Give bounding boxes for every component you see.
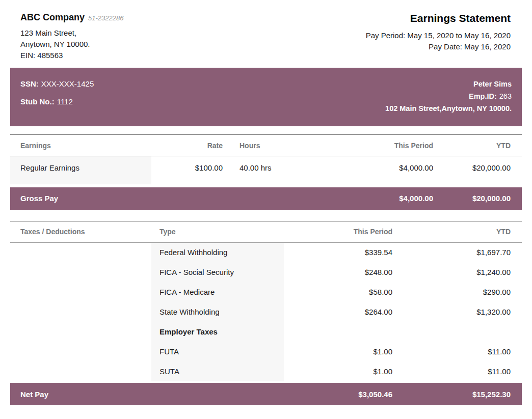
tax-ytd: $1,320.00	[403, 302, 522, 322]
tax-row-suta: SUTA $1.00 $11.00	[10, 361, 522, 381]
gross-pay-this-period: $4,000.00	[300, 187, 443, 210]
tax-this-period: $339.54	[284, 242, 403, 262]
company-tax-id: 51-2322286	[88, 14, 123, 22]
tax-row-federal-withholding: Federal Withholding $339.54 $1,697.70	[10, 242, 522, 262]
tax-row-state-withholding: State Withholding $264.00 $1,320.00	[10, 302, 522, 322]
tax-type: FUTA	[151, 342, 284, 361]
earnings-row-name: Regular Earnings	[10, 156, 151, 184]
earnings-row-rate: $100.00	[151, 156, 223, 184]
ssn-value: XXX-XXX-1425	[41, 79, 94, 88]
tax-ytd: $11.00	[403, 361, 522, 381]
company-info: ABC Company51-2322286 123 Main Street, A…	[20, 12, 123, 61]
company-name-text: ABC Company	[20, 12, 85, 22]
gross-pay-ytd: $20,000.00	[443, 187, 522, 210]
tax-this-period: $1.00	[284, 342, 403, 361]
tax-type: Federal Withholding	[151, 242, 284, 262]
earnings-row: Regular Earnings $100.00 40.00 hrs $4,00…	[10, 156, 522, 184]
employee-id: Emp.ID:263	[385, 92, 512, 100]
company-address-line-1: 123 Main Street,	[20, 27, 123, 39]
hours-col-header: Hours	[223, 135, 300, 156]
taxes-this-period-col-header: This Period	[284, 221, 403, 242]
gross-pay-row: Gross Pay $4,000.00 $20,000.00	[10, 187, 522, 210]
tax-row-employer-taxes: Employer Taxes	[10, 322, 522, 342]
tax-this-period: $58.00	[284, 282, 403, 302]
employee-address: 102 Main Street,Anytown, NY 10000.	[385, 104, 512, 113]
emp-id-label: Emp.ID:	[469, 92, 497, 100]
tax-type: FICA - Social Security	[151, 262, 284, 282]
employee-band: SSN:XXX-XXX-1425 Stub No.:1112 Peter Sim…	[10, 68, 522, 126]
pay-period: Pay Period: May 15, 2020 to May 16, 2020	[366, 30, 511, 41]
earnings-header-row: Earnings Rate Hours This Period YTD	[10, 135, 522, 156]
ytd-col-header: YTD	[443, 135, 522, 156]
tax-row-fica-medicare: FICA - Medicare $58.00 $290.00	[10, 282, 522, 302]
earnings-statement-page: ABC Company51-2322286 123 Main Street, A…	[0, 0, 532, 405]
emp-id-value: 263	[499, 92, 512, 100]
taxes-header-row: Taxes / Deductions Type This Period YTD	[10, 221, 522, 242]
company-ein: EIN: 485563	[20, 50, 123, 61]
this-period-col-header: This Period	[300, 135, 443, 156]
tax-ytd: $1,697.70	[403, 242, 522, 262]
statement-title: Earnings Statement	[366, 12, 511, 24]
earnings-row-this-period: $4,000.00	[300, 156, 443, 184]
tax-this-period: $248.00	[284, 262, 403, 282]
stub-value: 1112	[57, 97, 73, 106]
tax-type: Employer Taxes	[151, 322, 284, 342]
tax-this-period: $1.00	[284, 361, 403, 381]
earnings-col-header: Earnings	[10, 135, 151, 156]
earnings-table: Earnings Rate Hours This Period YTD Regu…	[10, 134, 522, 210]
statement-info: Earnings Statement Pay Period: May 15, 2…	[366, 12, 511, 61]
employee-ids: SSN:XXX-XXX-1425 Stub No.:1112	[20, 79, 94, 126]
net-pay-ytd: $15,252.30	[403, 383, 522, 405]
taxes-section: Taxes / Deductions Type This Period YTD …	[10, 221, 522, 406]
document-header: ABC Company51-2322286 123 Main Street, A…	[10, 11, 522, 61]
tax-this-period	[284, 322, 403, 342]
tax-row-fica-social-security: FICA - Social Security $248.00 $1,240.00	[10, 262, 522, 282]
rate-col-header: Rate	[151, 135, 223, 156]
tax-type: State Withholding	[151, 302, 284, 322]
tax-ytd: $1,240.00	[403, 262, 522, 282]
company-address-line-2: Anytown, NY 10000.	[20, 39, 123, 50]
net-pay-this-period: $3,050.46	[284, 383, 403, 405]
tax-this-period: $264.00	[284, 302, 403, 322]
tax-row-futa: FUTA $1.00 $11.00	[10, 342, 522, 361]
ssn-label: SSN:	[20, 79, 39, 88]
earnings-row-hours: 40.00 hrs	[223, 156, 300, 184]
tax-type: FICA - Medicare	[151, 282, 284, 302]
gross-pay-label: Gross Pay	[10, 187, 151, 210]
tax-ytd: $11.00	[403, 342, 522, 361]
company-name: ABC Company51-2322286	[20, 12, 123, 23]
net-pay-label: Net Pay	[10, 383, 151, 405]
net-pay-row: Net Pay $3,050.46 $15,252.30	[10, 383, 522, 405]
pay-date: Pay Date: May 16, 2020	[366, 41, 511, 52]
employee-details: Peter Sims Emp.ID:263 102 Main Street,An…	[385, 79, 512, 126]
tax-ytd	[403, 322, 522, 342]
stub-number: Stub No.:1112	[20, 97, 94, 106]
employee-name: Peter Sims	[385, 80, 512, 88]
stub-label: Stub No.:	[20, 97, 55, 106]
tax-type: SUTA	[151, 361, 284, 381]
earnings-row-ytd: $20,000.00	[443, 156, 522, 184]
earnings-section: Earnings Rate Hours This Period YTD Regu…	[10, 134, 522, 210]
taxes-col-header: Taxes / Deductions	[10, 221, 151, 242]
taxes-table: Taxes / Deductions Type This Period YTD …	[10, 221, 522, 406]
taxes-ytd-col-header: YTD	[403, 221, 522, 242]
employee-ssn: SSN:XXX-XXX-1425	[20, 79, 94, 88]
tax-ytd: $290.00	[403, 282, 522, 302]
type-col-header: Type	[151, 221, 284, 242]
